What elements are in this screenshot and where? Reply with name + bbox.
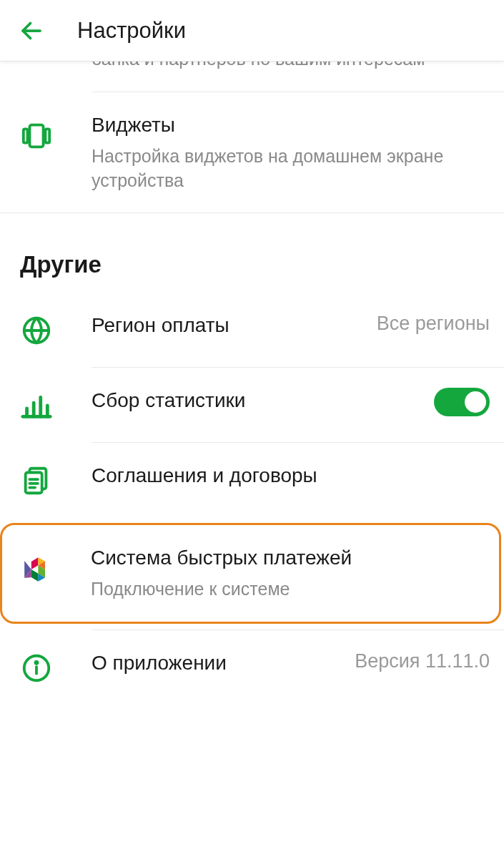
back-button[interactable] — [14, 14, 49, 48]
row-agreements[interactable]: Соглашения и договоры — [0, 443, 504, 517]
sbp-subtitle: Подключение к системе — [91, 577, 485, 602]
app-header: Настройки — [0, 0, 504, 62]
agreements-title: Соглашения и договоры — [92, 463, 490, 488]
region-title: Регион оплаты — [92, 313, 368, 338]
svg-rect-2 — [24, 129, 28, 142]
svg-marker-17 — [31, 557, 39, 569]
row-offers-partial[interactable]: банка и партнёров по вашим интересам — [0, 62, 504, 92]
widgets-icon — [20, 119, 53, 152]
row-about[interactable]: О приложении Версия 11.11.0 — [0, 630, 504, 705]
region-value: Все регионы — [377, 313, 490, 335]
arrow-left-icon — [19, 18, 44, 44]
sbp-title: Система быстрых платежей — [91, 545, 485, 570]
highlight-sbp: Система быстрых платежей Подключение к с… — [0, 523, 501, 624]
row-region[interactable]: Регион оплаты Все регионы — [0, 293, 504, 367]
about-title: О приложении — [92, 650, 346, 675]
about-version: Версия 11.11.0 — [355, 650, 490, 672]
svg-rect-3 — [45, 129, 49, 142]
statistics-title: Сбор статистики — [92, 388, 425, 413]
svg-rect-1 — [29, 124, 43, 147]
svg-marker-22 — [31, 569, 39, 582]
row-sbp[interactable]: Система быстрых платежей Подключение к с… — [2, 525, 499, 622]
offers-subtitle: банка и партнёров по вашим интересам — [92, 62, 490, 72]
svg-point-26 — [35, 662, 37, 664]
sbp-icon — [19, 552, 54, 587]
settings-list: банка и партнёров по вашим интересам Вид… — [0, 62, 504, 862]
widgets-title: Виджеты — [92, 112, 490, 137]
bar-chart-icon — [20, 389, 53, 422]
row-widgets[interactable]: Виджеты Настройка виджетов на домашнем э… — [0, 92, 504, 213]
page-title: Настройки — [77, 18, 186, 44]
section-other-title: Другие — [0, 220, 504, 293]
statistics-toggle[interactable] — [434, 388, 490, 416]
globe-icon — [20, 314, 53, 347]
row-statistics[interactable]: Сбор статистики — [0, 368, 504, 442]
toggle-knob — [465, 391, 486, 413]
info-icon — [20, 652, 53, 685]
documents-icon — [20, 464, 53, 497]
widgets-subtitle: Настройка виджетов на домашнем экране ус… — [92, 145, 490, 193]
section-gap — [0, 212, 504, 220]
